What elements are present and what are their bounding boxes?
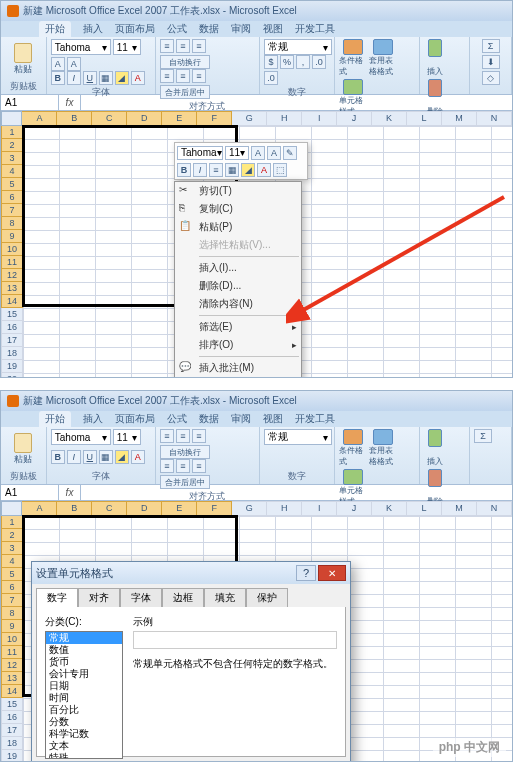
format-table-button[interactable]: 套用表格格式 <box>369 39 397 77</box>
conditional-format-button[interactable]: 条件格式 <box>339 429 367 467</box>
category-item[interactable]: 文本 <box>46 740 122 752</box>
insert-cells-button[interactable]: 插入 <box>424 39 446 77</box>
menu-insert[interactable]: 插入(I)... <box>175 259 301 277</box>
menu-delete[interactable]: 删除(D)... <box>175 277 301 295</box>
col-header-C[interactable]: C <box>92 111 127 126</box>
title-bar[interactable]: 新建 Microsoft Office Excel 2007 工作表.xlsx … <box>1 391 512 411</box>
align-middle-button[interactable]: ≡ <box>176 39 190 53</box>
underline-button[interactable]: U <box>83 450 97 464</box>
tab-data[interactable]: 数据 <box>199 412 219 426</box>
row-header[interactable]: 1 <box>1 126 23 139</box>
col-header-H[interactable]: H <box>267 111 302 126</box>
formula-input[interactable] <box>81 95 512 110</box>
number-format-combo[interactable]: 常规▾ <box>264 39 332 55</box>
fx-icon[interactable]: fx <box>59 95 81 110</box>
tab-developer[interactable]: 开发工具 <box>295 22 335 36</box>
menu-format-cells[interactable]: 📑设置单元格格式(F)... <box>175 377 301 378</box>
font-size-combo[interactable]: 11▾ <box>113 39 141 55</box>
worksheet-grid[interactable]: A B C D E F G H I J K L M N 1 2 3 4 5 6 … <box>1 111 512 377</box>
mini-border-button[interactable]: ▦ <box>225 163 239 177</box>
dialog-tab-alignment[interactable]: 对齐 <box>78 588 120 607</box>
comma-button[interactable]: , <box>296 55 310 69</box>
category-item[interactable]: 科学记数 <box>46 728 122 740</box>
fill-color-button[interactable]: ◢ <box>115 450 129 464</box>
mini-align-button[interactable]: ≡ <box>209 163 223 177</box>
name-box[interactable]: A1 <box>1 485 59 500</box>
row-header[interactable]: 6 <box>1 191 23 204</box>
close-button[interactable]: ✕ <box>318 565 346 581</box>
row-header[interactable]: 17 <box>1 334 23 347</box>
autosum-button[interactable]: Σ <box>482 39 500 53</box>
row-header[interactable]: 4 <box>1 165 23 178</box>
worksheet-grid[interactable]: A B C D E F G H I J K L M N 123456789101… <box>1 501 512 761</box>
align-right-button[interactable]: ≡ <box>192 69 206 83</box>
col-header-G[interactable]: G <box>232 111 267 126</box>
tab-pagelayout[interactable]: 页面布局 <box>115 22 155 36</box>
mini-merge-button[interactable]: ⬚ <box>273 163 287 177</box>
dialog-tab-protection[interactable]: 保护 <box>246 588 288 607</box>
mini-font-color-button[interactable]: A <box>257 163 271 177</box>
dialog-titlebar[interactable]: 设置单元格格式 ? ✕ <box>32 562 350 584</box>
currency-button[interactable]: $ <box>264 55 278 69</box>
dialog-tab-border[interactable]: 边框 <box>162 588 204 607</box>
shrink-font-button[interactable]: A <box>67 57 81 71</box>
grow-font-button[interactable]: A <box>51 57 65 71</box>
row-header[interactable]: 8 <box>1 217 23 230</box>
border-button[interactable]: ▦ <box>99 71 113 85</box>
menu-filter[interactable]: 筛选(E)▸ <box>175 318 301 336</box>
bold-button[interactable]: B <box>51 450 65 464</box>
row-header[interactable]: 10 <box>1 243 23 256</box>
row-header[interactable]: 15 <box>1 308 23 321</box>
row-header[interactable]: 16 <box>1 321 23 334</box>
col-header-A[interactable]: A <box>22 111 57 126</box>
paste-button[interactable]: 粘贴 <box>5 39 42 79</box>
insert-cells-button[interactable]: 插入 <box>424 429 446 467</box>
category-item[interactable]: 百分比 <box>46 704 122 716</box>
align-left-button[interactable]: ≡ <box>160 69 174 83</box>
tab-home[interactable]: 开始 <box>39 411 71 427</box>
row-header[interactable]: 9 <box>1 230 23 243</box>
align-center-button[interactable]: ≡ <box>176 69 190 83</box>
row-header[interactable]: 3 <box>1 152 23 165</box>
row-header[interactable]: 11 <box>1 256 23 269</box>
category-item[interactable]: 会计专用 <box>46 668 122 680</box>
border-button[interactable]: ▦ <box>99 450 113 464</box>
row-header[interactable]: 14 <box>1 295 23 308</box>
menu-paste-special[interactable]: 选择性粘贴(V)... <box>175 236 301 254</box>
row-header[interactable]: 18 <box>1 347 23 360</box>
decrease-decimal-button[interactable]: .0 <box>264 71 278 85</box>
menu-clear[interactable]: 清除内容(N) <box>175 295 301 313</box>
menu-paste[interactable]: 📋粘贴(P) <box>175 218 301 236</box>
select-all-corner[interactable] <box>1 501 22 516</box>
category-item[interactable]: 特殊 <box>46 752 122 759</box>
tab-view[interactable]: 视图 <box>263 412 283 426</box>
menu-cut[interactable]: ✂剪切(T) <box>175 182 301 200</box>
row-header[interactable]: 2 <box>1 139 23 152</box>
align-bottom-button[interactable]: ≡ <box>192 39 206 53</box>
row-header[interactable]: 5 <box>1 178 23 191</box>
category-item[interactable]: 时间 <box>46 692 122 704</box>
formula-input[interactable] <box>81 485 512 500</box>
row-header[interactable]: 19 <box>1 360 23 373</box>
category-item[interactable]: 常规 <box>46 632 122 644</box>
dialog-tab-font[interactable]: 字体 <box>120 588 162 607</box>
tab-home[interactable]: 开始 <box>39 21 71 37</box>
mini-shrink-font-icon[interactable]: A <box>267 146 281 160</box>
tab-insert[interactable]: 插入 <box>83 412 103 426</box>
col-header-B[interactable]: B <box>57 111 92 126</box>
number-format-combo[interactable]: 常规▾ <box>264 429 332 445</box>
tab-formulas[interactable]: 公式 <box>167 412 187 426</box>
mini-bold-button[interactable]: B <box>177 163 191 177</box>
category-item[interactable]: 数值 <box>46 644 122 656</box>
italic-button[interactable]: I <box>67 71 81 85</box>
tab-review[interactable]: 审阅 <box>231 22 251 36</box>
tab-developer[interactable]: 开发工具 <box>295 412 335 426</box>
tab-data[interactable]: 数据 <box>199 22 219 36</box>
col-header-K[interactable]: K <box>372 111 407 126</box>
menu-insert-comment[interactable]: 💬插入批注(M) <box>175 359 301 377</box>
italic-button[interactable]: I <box>67 450 81 464</box>
align-top-button[interactable]: ≡ <box>160 39 174 53</box>
underline-button[interactable]: U <box>83 71 97 85</box>
col-header-I[interactable]: I <box>302 111 337 126</box>
col-header-F[interactable]: F <box>197 111 232 126</box>
